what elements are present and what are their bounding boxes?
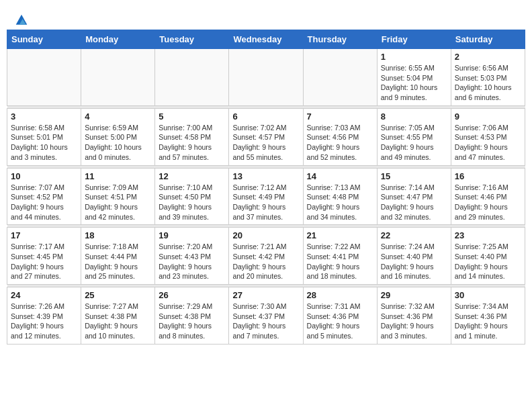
calendar-week-row: 10Sunrise: 7:07 AM Sunset: 4:52 PM Dayli… xyxy=(7,168,525,225)
calendar-day: 28Sunrise: 7:31 AM Sunset: 4:36 PM Dayli… xyxy=(303,287,377,345)
calendar-day: 4Sunrise: 6:59 AM Sunset: 5:00 PM Daylig… xyxy=(81,108,155,165)
calendar-header-thursday: Thursday xyxy=(303,30,377,49)
calendar-day: 25Sunrise: 7:27 AM Sunset: 4:38 PM Dayli… xyxy=(81,287,155,345)
calendar-day: 18Sunrise: 7:18 AM Sunset: 4:44 PM Dayli… xyxy=(81,228,155,285)
day-info: Sunrise: 7:02 AM Sunset: 4:57 PM Dayligh… xyxy=(232,123,299,163)
day-info: Sunrise: 7:03 AM Sunset: 4:56 PM Dayligh… xyxy=(307,123,373,163)
logo-icon xyxy=(15,13,28,27)
calendar-day xyxy=(81,49,155,106)
day-info: Sunrise: 7:27 AM Sunset: 4:38 PM Dayligh… xyxy=(85,302,151,341)
day-info: Sunrise: 7:06 AM Sunset: 4:53 PM Dayligh… xyxy=(455,123,521,163)
day-number: 3 xyxy=(11,111,77,122)
calendar-day xyxy=(7,49,81,106)
day-info: Sunrise: 7:29 AM Sunset: 4:38 PM Dayligh… xyxy=(159,302,225,341)
calendar-day: 3Sunrise: 6:58 AM Sunset: 5:01 PM Daylig… xyxy=(7,108,81,165)
calendar-header-tuesday: Tuesday xyxy=(155,30,229,49)
day-info: Sunrise: 7:13 AM Sunset: 4:48 PM Dayligh… xyxy=(307,183,373,222)
calendar-day: 9Sunrise: 7:06 AM Sunset: 4:53 PM Daylig… xyxy=(451,108,525,165)
calendar-day: 17Sunrise: 7:17 AM Sunset: 4:45 PM Dayli… xyxy=(7,228,81,285)
day-info: Sunrise: 7:17 AM Sunset: 4:45 PM Dayligh… xyxy=(11,242,77,281)
day-number: 13 xyxy=(232,171,299,181)
day-info: Sunrise: 6:58 AM Sunset: 5:01 PM Dayligh… xyxy=(11,123,77,163)
header xyxy=(7,7,525,26)
calendar-day: 16Sunrise: 7:16 AM Sunset: 4:46 PM Dayli… xyxy=(451,168,525,225)
day-info: Sunrise: 7:10 AM Sunset: 4:50 PM Dayligh… xyxy=(159,183,225,222)
day-number: 1 xyxy=(381,52,447,62)
calendar-table: SundayMondayTuesdayWednesdayThursdayFrid… xyxy=(7,30,525,345)
calendar-day: 2Sunrise: 6:56 AM Sunset: 5:03 PM Daylig… xyxy=(451,49,525,106)
day-number: 26 xyxy=(159,290,225,300)
day-info: Sunrise: 7:12 AM Sunset: 4:49 PM Dayligh… xyxy=(232,183,299,222)
day-number: 9 xyxy=(455,111,521,122)
calendar-week-row: 17Sunrise: 7:17 AM Sunset: 4:45 PM Dayli… xyxy=(7,228,525,285)
day-number: 20 xyxy=(232,230,299,240)
calendar-header-friday: Friday xyxy=(377,30,451,49)
day-number: 17 xyxy=(11,230,77,240)
day-number: 27 xyxy=(232,290,299,300)
day-info: Sunrise: 7:21 AM Sunset: 4:42 PM Dayligh… xyxy=(232,242,299,281)
day-number: 23 xyxy=(455,230,521,240)
day-number: 19 xyxy=(159,230,225,240)
day-number: 22 xyxy=(381,230,447,240)
day-info: Sunrise: 7:16 AM Sunset: 4:46 PM Dayligh… xyxy=(455,183,521,222)
calendar-day: 30Sunrise: 7:34 AM Sunset: 4:36 PM Dayli… xyxy=(451,287,525,345)
day-number: 2 xyxy=(455,52,521,62)
day-number: 6 xyxy=(232,111,299,122)
calendar-day xyxy=(155,49,229,106)
calendar-day: 7Sunrise: 7:03 AM Sunset: 4:56 PM Daylig… xyxy=(303,108,377,165)
day-info: Sunrise: 7:25 AM Sunset: 4:40 PM Dayligh… xyxy=(455,242,521,281)
day-number: 15 xyxy=(381,171,447,181)
calendar-day: 23Sunrise: 7:25 AM Sunset: 4:40 PM Dayli… xyxy=(451,228,525,285)
calendar-day: 26Sunrise: 7:29 AM Sunset: 4:38 PM Dayli… xyxy=(155,287,229,345)
day-info: Sunrise: 7:32 AM Sunset: 4:36 PM Dayligh… xyxy=(381,302,447,341)
calendar-day: 14Sunrise: 7:13 AM Sunset: 4:48 PM Dayli… xyxy=(303,168,377,225)
day-info: Sunrise: 6:59 AM Sunset: 5:00 PM Dayligh… xyxy=(85,123,151,163)
calendar-day xyxy=(303,49,377,106)
day-number: 4 xyxy=(85,111,151,122)
calendar-day: 19Sunrise: 7:20 AM Sunset: 4:43 PM Dayli… xyxy=(155,228,229,285)
calendar-day: 8Sunrise: 7:05 AM Sunset: 4:55 PM Daylig… xyxy=(377,108,451,165)
day-number: 12 xyxy=(159,171,225,181)
day-info: Sunrise: 6:55 AM Sunset: 5:04 PM Dayligh… xyxy=(381,63,447,103)
day-info: Sunrise: 7:34 AM Sunset: 4:36 PM Dayligh… xyxy=(455,302,521,341)
calendar-header-wednesday: Wednesday xyxy=(229,30,303,49)
day-info: Sunrise: 7:00 AM Sunset: 4:58 PM Dayligh… xyxy=(159,123,225,163)
day-number: 10 xyxy=(11,171,77,181)
calendar-day: 22Sunrise: 7:24 AM Sunset: 4:40 PM Dayli… xyxy=(377,228,451,285)
day-info: Sunrise: 7:18 AM Sunset: 4:44 PM Dayligh… xyxy=(85,242,151,281)
calendar-day: 11Sunrise: 7:09 AM Sunset: 4:51 PM Dayli… xyxy=(81,168,155,225)
day-info: Sunrise: 7:31 AM Sunset: 4:36 PM Dayligh… xyxy=(307,302,373,341)
day-number: 11 xyxy=(85,171,151,181)
day-number: 14 xyxy=(307,171,373,181)
day-number: 8 xyxy=(381,111,447,122)
calendar-day: 13Sunrise: 7:12 AM Sunset: 4:49 PM Dayli… xyxy=(229,168,303,225)
calendar-day: 21Sunrise: 7:22 AM Sunset: 4:41 PM Dayli… xyxy=(303,228,377,285)
logo xyxy=(13,13,28,23)
calendar-header-saturday: Saturday xyxy=(451,30,525,49)
day-number: 16 xyxy=(455,171,521,181)
day-info: Sunrise: 7:24 AM Sunset: 4:40 PM Dayligh… xyxy=(381,242,447,281)
day-info: Sunrise: 7:20 AM Sunset: 4:43 PM Dayligh… xyxy=(159,242,225,281)
calendar-week-row: 1Sunrise: 6:55 AM Sunset: 5:04 PM Daylig… xyxy=(7,49,525,106)
day-number: 7 xyxy=(307,111,373,122)
calendar-day xyxy=(229,49,303,106)
calendar-header-monday: Monday xyxy=(81,30,155,49)
day-number: 21 xyxy=(307,230,373,240)
day-number: 25 xyxy=(85,290,151,300)
calendar-day: 27Sunrise: 7:30 AM Sunset: 4:37 PM Dayli… xyxy=(229,287,303,345)
calendar-day: 12Sunrise: 7:10 AM Sunset: 4:50 PM Dayli… xyxy=(155,168,229,225)
calendar-day: 15Sunrise: 7:14 AM Sunset: 4:47 PM Dayli… xyxy=(377,168,451,225)
day-info: Sunrise: 7:26 AM Sunset: 4:39 PM Dayligh… xyxy=(11,302,77,341)
day-info: Sunrise: 7:22 AM Sunset: 4:41 PM Dayligh… xyxy=(307,242,373,281)
calendar-day: 24Sunrise: 7:26 AM Sunset: 4:39 PM Dayli… xyxy=(7,287,81,345)
calendar-day: 10Sunrise: 7:07 AM Sunset: 4:52 PM Dayli… xyxy=(7,168,81,225)
calendar-day: 29Sunrise: 7:32 AM Sunset: 4:36 PM Dayli… xyxy=(377,287,451,345)
calendar-week-row: 24Sunrise: 7:26 AM Sunset: 4:39 PM Dayli… xyxy=(7,287,525,345)
calendar-day: 20Sunrise: 7:21 AM Sunset: 4:42 PM Dayli… xyxy=(229,228,303,285)
day-info: Sunrise: 7:14 AM Sunset: 4:47 PM Dayligh… xyxy=(381,183,447,222)
day-info: Sunrise: 6:56 AM Sunset: 5:03 PM Dayligh… xyxy=(455,63,521,103)
calendar-day: 5Sunrise: 7:00 AM Sunset: 4:58 PM Daylig… xyxy=(155,108,229,165)
day-info: Sunrise: 7:30 AM Sunset: 4:37 PM Dayligh… xyxy=(232,302,299,341)
day-number: 18 xyxy=(85,230,151,240)
calendar-header-sunday: Sunday xyxy=(7,30,81,49)
